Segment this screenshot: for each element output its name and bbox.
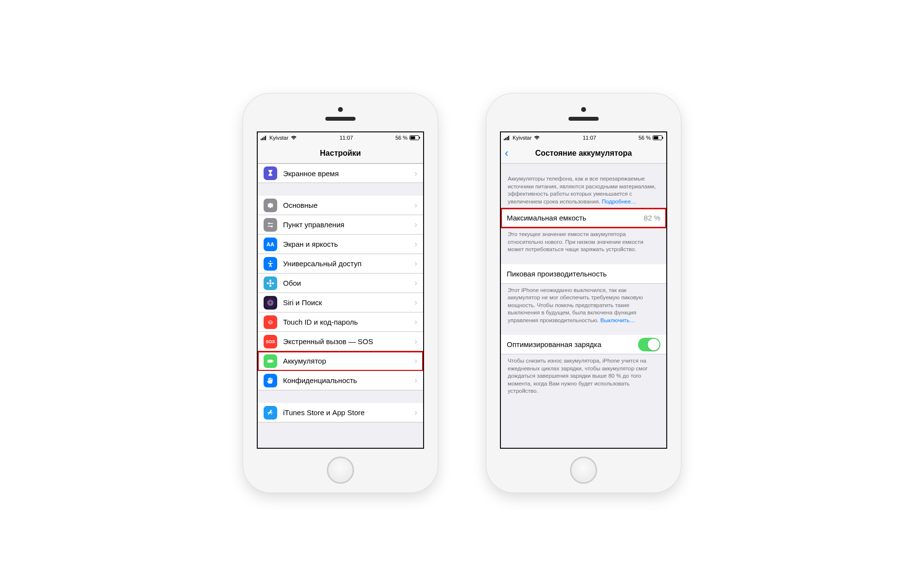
row-siri[interactable]: Siri и Поиск ›: [258, 293, 423, 312]
optimized-label: Оптимизированная зарядка: [507, 340, 638, 348]
svg-rect-6: [419, 137, 420, 139]
chevron-right-icon: ›: [414, 317, 417, 327]
row-label: Обои: [283, 279, 414, 287]
text-size-icon: AA: [264, 238, 277, 251]
row-control-center[interactable]: Пункт управления ›: [258, 215, 423, 235]
accessibility-icon: [264, 257, 277, 271]
row-battery[interactable]: Аккумулятор ›: [258, 351, 423, 371]
iphone-mockup-right: Kyivstar 11:07 56 % ‹ Состояние аккумуля…: [486, 93, 681, 493]
carrier-label: Kyivstar: [513, 135, 532, 141]
chevron-right-icon: ›: [414, 297, 417, 308]
row-wallpaper[interactable]: Обои ›: [258, 274, 423, 293]
row-label: Аккумулятор: [283, 357, 414, 365]
battery-row-icon: [264, 354, 277, 368]
chevron-right-icon: ›: [414, 356, 417, 366]
iphone-mockup-left: Kyivstar 11:07 56 % Настройки Экранно: [243, 93, 438, 493]
screen-battery-health: Kyivstar 11:07 56 % ‹ Состояние аккумуля…: [500, 131, 667, 449]
battery-pct: 56 %: [639, 135, 651, 141]
svg-point-18: [269, 301, 272, 304]
svg-rect-8: [270, 223, 273, 224]
row-privacy[interactable]: Конфиденциальность ›: [258, 371, 423, 390]
gear-icon: [264, 199, 277, 212]
app-store-icon: [264, 406, 277, 420]
chevron-right-icon: ›: [414, 278, 417, 288]
row-label: Универсальный доступ: [283, 259, 414, 268]
hourglass-icon: [264, 166, 277, 180]
signal-icon: [504, 135, 511, 140]
svg-point-15: [267, 282, 269, 284]
learn-more-link[interactable]: Подробнее…: [602, 199, 637, 204]
settings-list[interactable]: Экранное время › Основные › Пункт управл…: [258, 164, 423, 448]
svg-rect-23: [507, 137, 508, 140]
chevron-right-icon: ›: [414, 239, 417, 249]
disable-link[interactable]: Выключить…: [601, 317, 635, 323]
svg-rect-26: [654, 136, 658, 139]
row-accessibility[interactable]: Универсальный доступ ›: [258, 254, 423, 274]
svg-point-11: [270, 260, 271, 262]
phone-camera: [581, 107, 586, 112]
row-general[interactable]: Основные ›: [258, 196, 423, 215]
sliders-icon: [264, 218, 277, 232]
row-label: Siri и Поиск: [283, 298, 414, 307]
svg-rect-1: [262, 138, 263, 140]
svg-rect-24: [508, 136, 509, 140]
row-touch-id[interactable]: Touch ID и код-пароль ›: [258, 312, 423, 332]
row-screen-time[interactable]: Экранное время ›: [258, 164, 423, 183]
phone-speaker: [569, 117, 599, 121]
capacity-value: 82 %: [644, 214, 660, 222]
svg-rect-5: [410, 136, 415, 139]
chevron-right-icon: ›: [414, 375, 417, 385]
peak-label: Пиковая производительность: [507, 270, 660, 278]
svg-rect-27: [662, 137, 663, 139]
intro-text: Аккумуляторы телефона, как и все перезар…: [501, 164, 666, 208]
row-sos[interactable]: SOS Экстренный вызов — SOS ›: [258, 332, 423, 351]
sos-icon: SOS: [264, 335, 277, 348]
optimized-footer: Чтобы снизить износ аккумулятора, iPhone…: [501, 354, 666, 400]
chevron-right-icon: ›: [414, 220, 417, 230]
row-label: Экстренный вызов — SOS: [283, 337, 414, 346]
battery-pct: 56 %: [395, 135, 408, 141]
chevron-right-icon: ›: [414, 336, 417, 347]
row-max-capacity[interactable]: Максимальная емкость 82 %: [501, 208, 666, 228]
svg-rect-2: [264, 137, 265, 140]
row-label: iTunes Store и App Store: [283, 408, 414, 417]
row-peak-performance[interactable]: Пиковая производительность: [501, 264, 666, 284]
row-display[interactable]: AA Экран и яркость ›: [258, 235, 423, 254]
svg-rect-21: [504, 139, 505, 140]
chevron-right-icon: ›: [414, 407, 417, 418]
phone-speaker: [325, 117, 355, 121]
signal-icon: [261, 135, 267, 140]
home-button[interactable]: [570, 457, 597, 484]
optimized-toggle[interactable]: [638, 338, 660, 351]
hand-icon: [264, 374, 277, 387]
fingerprint-icon: [264, 315, 277, 329]
carrier-label: Kyivstar: [269, 135, 288, 141]
status-bar: Kyivstar 11:07 56 %: [501, 132, 666, 143]
page-title: Состояние аккумулятора: [535, 149, 632, 158]
svg-point-13: [269, 279, 271, 282]
chevron-right-icon: ›: [414, 200, 417, 210]
status-time: 11:07: [583, 135, 596, 141]
chevron-right-icon: ›: [414, 168, 417, 179]
svg-rect-22: [505, 138, 506, 140]
svg-point-9: [271, 225, 273, 227]
svg-rect-3: [265, 136, 266, 140]
row-app-store[interactable]: iTunes Store и App Store ›: [258, 403, 423, 422]
battery-health-content[interactable]: Аккумуляторы телефона, как и все перезар…: [501, 164, 666, 448]
capacity-label: Максимальная емкость: [507, 214, 644, 222]
status-time: 11:07: [339, 135, 353, 141]
svg-point-14: [269, 285, 271, 287]
home-button[interactable]: [327, 457, 354, 484]
row-label: Экранное время: [283, 169, 414, 178]
nav-bar: Настройки: [258, 143, 423, 164]
nav-bar: ‹ Состояние аккумулятора: [501, 143, 666, 164]
svg-point-12: [269, 282, 272, 284]
row-label: Touch ID и код-пароль: [283, 318, 414, 326]
battery-icon: [653, 135, 663, 140]
row-label: Основные: [283, 201, 414, 209]
capacity-footer: Это текущее значение емкости аккумулятор…: [501, 228, 666, 258]
screen-settings: Kyivstar 11:07 56 % Настройки Экранно: [257, 131, 424, 449]
row-optimized-charging[interactable]: Оптимизированная зарядка: [501, 335, 666, 354]
svg-point-17: [268, 300, 273, 305]
back-button[interactable]: ‹: [505, 147, 508, 160]
